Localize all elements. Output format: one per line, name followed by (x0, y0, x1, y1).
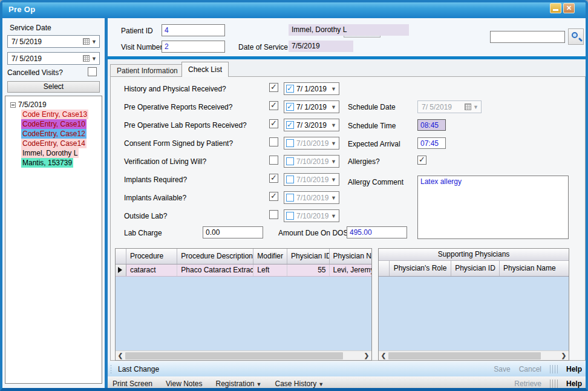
checklist-label-0: History and Physical Received? (124, 85, 226, 93)
date-checkbox-icon[interactable] (286, 103, 294, 111)
cancel-button[interactable]: Cancel (519, 365, 541, 373)
registration-menu[interactable]: Registration▼ (209, 376, 269, 391)
row-selector-header (379, 261, 390, 276)
lab-charge-input[interactable] (203, 226, 263, 238)
checklist-checkbox-0[interactable] (269, 83, 278, 92)
tree-item-case12[interactable]: CodeEntry, Case12 (21, 129, 87, 139)
checklist-label-2: Pre Operative Lab Reports Received? (124, 121, 247, 130)
checklist-date-7[interactable]: 7/10/2019 ▼ (284, 209, 339, 222)
date-checkbox-icon[interactable] (286, 139, 294, 147)
toolbar-retrieve-button[interactable]: Retrieve (514, 380, 541, 388)
tree-item-immel[interactable]: Immel, Dorothy L (21, 148, 79, 158)
supporting-grid-hscrollbar[interactable]: ❮ ❯ (379, 350, 569, 360)
patient-id-input[interactable] (162, 24, 225, 36)
allergies-checkbox[interactable] (417, 156, 426, 165)
chevron-down-icon: ▼ (331, 86, 336, 92)
col-supp-physician-id[interactable]: Physician ID (451, 261, 500, 276)
schedule-time-input[interactable]: 08:45 (417, 119, 446, 131)
cancelled-visits-checkbox[interactable] (88, 67, 97, 76)
col-procedure[interactable]: Procedure (126, 249, 177, 264)
toolbar-help-button[interactable]: Help (566, 380, 582, 388)
preop-window: Pre Op ✕ Service Date 7/ 5/2019 ▼ 7/ 5/2… (0, 0, 588, 391)
checklist-checkbox-5[interactable] (269, 174, 278, 183)
checklist-label-1: Pre Operative Reports Received? (124, 103, 232, 111)
checklist-date-6[interactable]: 7/10/2019 ▼ (284, 191, 339, 204)
service-date-to-value: 7/ 5/2019 (11, 54, 42, 63)
service-date-label: Service Date (10, 24, 51, 32)
scroll-left-icon[interactable]: ❮ (116, 352, 125, 359)
registration-label: Registration (216, 380, 255, 388)
checklist-date-0[interactable]: 7/ 1/2019 ▼ (284, 82, 339, 95)
checklist-date-2[interactable]: 7/ 3/2019 ▼ (284, 119, 339, 131)
date-checkbox-icon[interactable] (286, 212, 294, 220)
chevron-down-icon: ▼ (331, 195, 336, 201)
checklist-label-5: Implants Required? (124, 176, 187, 184)
tree-item-mantis[interactable]: Mantis, 153739 (21, 158, 73, 168)
collapse-icon[interactable] (10, 102, 16, 108)
col-supp-physician-name[interactable]: Physician Name (500, 261, 569, 276)
procedure-grid-hscrollbar[interactable]: ❮ ❯ (116, 350, 371, 360)
save-button[interactable]: Save (494, 365, 510, 373)
tree-item-case10[interactable]: CodeEntry, Case10 (21, 119, 87, 129)
date-checkbox-icon[interactable] (286, 157, 294, 165)
col-physician-id[interactable]: Physician ID (287, 249, 330, 264)
checklist-date-1[interactable]: 7/ 1/2019 ▼ (284, 100, 339, 113)
date-checkbox-icon[interactable] (286, 85, 294, 93)
scroll-thumb[interactable] (125, 352, 343, 360)
service-date-from-picker[interactable]: 7/ 5/2019 ▼ (7, 35, 100, 48)
scroll-thumb[interactable] (388, 352, 541, 360)
date-checkbox-icon[interactable] (286, 121, 294, 129)
print-screen-button[interactable]: Print Screen (108, 376, 159, 391)
scroll-right-icon[interactable]: ❯ (362, 352, 371, 359)
view-notes-button[interactable]: View Notes (159, 376, 209, 391)
checklist-checkbox-1[interactable] (269, 101, 278, 110)
tab-patient-information[interactable]: Patient Information (110, 64, 185, 76)
tree-root[interactable]: 7/5/2019 (5, 100, 102, 110)
checklist-checkbox-4[interactable] (269, 156, 278, 165)
lab-charge-label: Lab Charge (124, 229, 162, 237)
procedure-grid-header: Procedure Procedure Description Modifier… (116, 249, 371, 264)
checklist-date-3[interactable]: 7/10/2019 ▼ (284, 137, 339, 150)
amount-due-input[interactable] (347, 226, 407, 238)
search-button[interactable] (568, 28, 584, 45)
col-physicians-role[interactable]: Physician's Role (390, 261, 451, 276)
search-input[interactable] (490, 31, 565, 43)
checklist-checkbox-7[interactable] (269, 210, 278, 219)
case-history-menu[interactable]: Case History▼ (268, 376, 330, 391)
allergy-comment-label: Allergy Comment (348, 178, 403, 186)
row-arrow-icon (118, 267, 122, 273)
checklist-date-5[interactable]: 7/10/2019 ▼ (284, 173, 339, 186)
checklist-date-4[interactable]: 7/10/2019 ▼ (284, 155, 339, 168)
tree-item-case14[interactable]: CodeEntry, Case14 (21, 139, 87, 148)
title-bar[interactable]: Pre Op ✕ (0, 0, 588, 18)
checklist-checkbox-2[interactable] (269, 119, 278, 128)
expected-arrival-label: Expected Arrival (348, 140, 400, 148)
allergy-comment-textarea[interactable]: Latex allergy (417, 176, 569, 239)
tree-item-case13[interactable]: Code Entry, Case13 (21, 110, 88, 119)
check-list-panel: History and Physical Received? 7/ 1/2019… (110, 76, 586, 361)
col-physician-name[interactable]: Physician Name (330, 249, 372, 264)
close-button[interactable]: ✕ (563, 3, 575, 13)
visit-number-input[interactable] (162, 41, 225, 53)
date-checkbox-icon[interactable] (286, 194, 294, 202)
checklist-checkbox-3[interactable] (269, 137, 278, 146)
tab-check-list[interactable]: Check List (181, 62, 229, 77)
scroll-left-icon[interactable]: ❮ (379, 352, 388, 359)
scroll-right-icon[interactable]: ❯ (559, 352, 569, 359)
date-checkbox-icon[interactable] (286, 176, 294, 183)
status-help-button[interactable]: Help (566, 365, 582, 373)
calendar-icon (465, 104, 471, 110)
col-modifier[interactable]: Modifier (253, 249, 287, 264)
tab-strip: Patient Information Check List (108, 59, 588, 76)
expected-arrival-input[interactable]: 07:45 (417, 137, 446, 149)
procedure-row[interactable]: cataract Phaco Cataract Extraction W Lef… (116, 264, 371, 277)
col-procedure-description[interactable]: Procedure Description (177, 249, 253, 264)
chevron-down-icon: ▼ (318, 381, 324, 387)
checklist-checkbox-6[interactable] (269, 192, 278, 201)
select-button[interactable]: Select (7, 81, 100, 93)
minimize-button[interactable] (550, 3, 561, 13)
chevron-down-icon: ▼ (91, 56, 97, 62)
checklist-label-4: Verification of Living Will? (124, 157, 206, 166)
cell-physician-name: Levi, Jeremy (330, 264, 372, 276)
service-date-to-picker[interactable]: 7/ 5/2019 ▼ (7, 52, 100, 65)
